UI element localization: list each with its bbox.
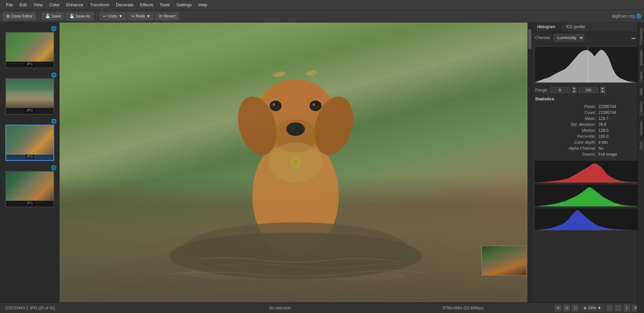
menu-transform[interactable]: Transform (87, 1, 113, 9)
undo-icon: ↩ (103, 14, 107, 19)
menu-edit[interactable]: Edit (16, 1, 30, 9)
range-min-spinner: ▲ ▼ (572, 87, 577, 93)
vtab-versions[interactable]: Versions (638, 119, 644, 138)
channel-select[interactable]: Luminosity Red Green Blue Alpha (554, 34, 584, 41)
undo-dropdown-icon[interactable]: ▼ (118, 14, 122, 19)
status-btn-1[interactable]: ⊞ (555, 305, 561, 311)
menu-effects[interactable]: Effects (137, 1, 156, 9)
range-max-up[interactable]: ▲ (600, 87, 605, 90)
stat-value-median: 128.0 (598, 128, 640, 133)
statusbar: DSC03483-2.JPG (25 of 42) No selection 5… (0, 302, 644, 313)
histogram-blue (535, 208, 641, 231)
stat-label-stddev: Std. deviation: (536, 122, 597, 127)
vtab-captions[interactable]: Captions (638, 98, 644, 118)
stat-row-stddev: Std. deviation: 28.9 (536, 122, 640, 127)
menu-help[interactable]: Help (195, 1, 211, 9)
image-area[interactable] (60, 23, 532, 302)
filmstrip-thumb-1[interactable]: JPG (5, 32, 54, 68)
filmstrip-label-1: JPG (25, 62, 34, 66)
thumb-image-4 (6, 172, 54, 201)
range-min-up[interactable]: ▲ (572, 87, 577, 90)
close-editor-button[interactable]: ⊠ Close Editor (3, 12, 36, 20)
channel-row: Channel: Luminosity Red Green Blue Alpha… (532, 32, 644, 44)
filmstrip-label-4: JPG (25, 201, 34, 205)
stat-label-pixels: Pixels: (536, 104, 597, 109)
range-min-down[interactable]: ▼ (572, 90, 577, 93)
image-scrollbar-thumb[interactable] (528, 29, 532, 49)
mini-navigation-thumb[interactable] (481, 245, 527, 276)
dog-svg (60, 23, 532, 302)
thumb-image-3 (6, 126, 53, 155)
digikam-logo: digiKam.org 🌐 (612, 14, 641, 19)
range-min-input[interactable] (550, 87, 570, 93)
revert-button[interactable]: ⟳ Revert (155, 12, 179, 20)
tab-icc-profile[interactable]: ICC profile (561, 23, 591, 32)
stat-label-percentile: Percentile: (536, 134, 597, 139)
histogram-luminosity-svg (535, 47, 641, 82)
svg-point-12 (313, 103, 315, 106)
status-btn-3[interactable]: ⊡ (572, 305, 579, 311)
filmstrip-label-2: JPG (25, 108, 34, 113)
save-as-icon: 💾 (69, 14, 74, 19)
range-max-input[interactable] (579, 87, 598, 93)
histogram-red (535, 160, 641, 183)
undo-button[interactable]: ↩ Undo ▼ (100, 12, 126, 20)
status-fit-btn[interactable]: ↔ (606, 305, 613, 311)
histogram-red-svg (535, 161, 641, 183)
stat-label-alpha: Alpha Channel: (536, 146, 597, 151)
stat-row-percentile: Percentile: 100.0 (536, 134, 640, 139)
menu-enhance[interactable]: Enhance (63, 1, 86, 9)
toolbar-separator-1 (39, 12, 39, 20)
thumb-image-2 (6, 79, 54, 108)
menu-file[interactable]: File (3, 1, 16, 9)
range-max-down[interactable]: ▼ (600, 90, 605, 93)
stat-row-pixels: Pixels: 22395744 (536, 104, 640, 109)
redo-dropdown-icon[interactable]: ▼ (147, 14, 150, 19)
film-group-1: 🌐 JPG (0, 24, 59, 70)
toolbar-separator-2 (97, 12, 97, 20)
filmstrip-thumb-3[interactable]: JPG (5, 125, 54, 161)
redo-button[interactable]: ↪ Redo ▼ (127, 12, 154, 20)
filmstrip-globe-icon-3: 🌐 (51, 119, 57, 124)
panel-tabs: Histogram ICC profile (532, 23, 644, 32)
histogram-linear-icon[interactable]: ▬ (631, 35, 635, 40)
revert-icon: ⟳ (159, 14, 162, 19)
channel-label: Channel: (535, 35, 551, 40)
status-fullscreen-btn[interactable]: ⛶ (615, 305, 622, 311)
film-group-3: 🌐 JPG (0, 117, 59, 163)
vtab-tools[interactable]: Tools (638, 139, 644, 153)
menu-settings[interactable]: Settings (173, 1, 195, 9)
menubar: File Edit View Color Enhance Transform D… (0, 0, 644, 10)
statistics-table: Pixels: 22395744 Count: 22395744 Mean: 1… (535, 103, 641, 158)
filmstrip-thumb-2[interactable]: JPG (5, 78, 54, 115)
stat-value-count: 22395744 (598, 110, 640, 115)
save-button[interactable]: 💾 Save (42, 12, 64, 20)
vtab-properties[interactable]: Properties (638, 25, 644, 47)
filmstrip-thumb-4[interactable]: JPG (5, 171, 54, 207)
status-selection: No selection (189, 306, 372, 310)
filmstrip-globe-icon-4: 🌐 (51, 165, 57, 170)
status-btn-2[interactable]: ⊟ (563, 305, 570, 311)
filmstrip-globe-icon-2: 🌐 (51, 72, 57, 78)
svg-point-9 (270, 100, 281, 111)
menu-decorate[interactable]: Decorate (112, 1, 137, 9)
menu-color[interactable]: Color (46, 1, 63, 9)
filmstrip-label-3: JPG (25, 154, 34, 159)
image-scrollbar[interactable] (528, 23, 532, 302)
status-info-btn[interactable]: ℹ (623, 305, 630, 311)
svg-point-10 (273, 103, 275, 106)
zoom-dropdown-icon[interactable]: ▼ (597, 306, 601, 310)
tab-histogram[interactable]: Histogram (532, 23, 561, 32)
svg-point-15 (269, 142, 322, 183)
vtab-map[interactable]: Map (638, 85, 644, 98)
filmstrip-globe-icon-1: 🌐 (51, 26, 57, 31)
menu-view[interactable]: View (30, 1, 46, 9)
save-as-button[interactable]: 💾 Save As (66, 12, 94, 20)
status-filename: DSC03483-2.JPG (25 of 42) (5, 306, 189, 310)
vtab-colors[interactable]: Colors (638, 69, 644, 85)
vtab-metadata[interactable]: Metadata (638, 48, 644, 68)
zoom-value: 24% (588, 306, 596, 310)
statistics-title: Statistics (535, 96, 641, 101)
menu-tools[interactable]: Tools (156, 1, 173, 9)
svg-point-11 (310, 100, 322, 111)
